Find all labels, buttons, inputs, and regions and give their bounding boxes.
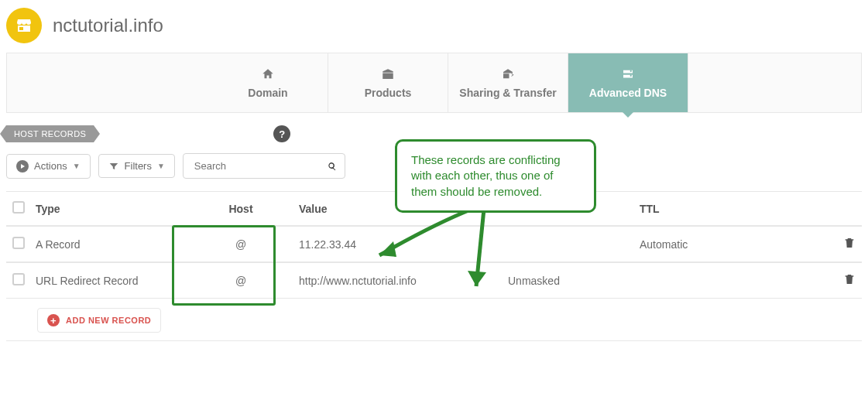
play-icon <box>16 160 29 173</box>
records-table: Type Host Value TTL A Record @ 11.22.33.… <box>6 191 862 341</box>
help-icon[interactable]: ? <box>273 125 290 142</box>
cell-host[interactable]: @ <box>183 238 299 251</box>
search-input[interactable] <box>191 154 328 178</box>
tab-label: Products <box>365 87 412 99</box>
tab-bar: Domain Products Sharing & Transfer Advan… <box>6 53 862 113</box>
home-icon <box>260 67 276 81</box>
add-new-record-button[interactable]: + ADD NEW RECORD <box>37 308 161 333</box>
cell-type[interactable]: URL Redirect Record <box>36 275 183 287</box>
server-icon <box>620 67 636 81</box>
tab-label: Domain <box>248 87 287 99</box>
tab-advanced-dns[interactable]: Advanced DNS <box>568 53 688 112</box>
toolbar: Actions ▼ Filters ▼ <box>6 153 862 179</box>
col-host: Host <box>183 203 299 215</box>
domain-title: nctutorial.info <box>53 15 163 36</box>
tab-domain[interactable]: Domain <box>208 53 328 112</box>
trash-icon[interactable] <box>843 236 856 250</box>
cell-mask[interactable]: Unmasked <box>508 275 640 287</box>
section-header-row: HOST RECORDS ? <box>6 125 862 142</box>
section-tag-host-records: HOST RECORDS <box>6 125 94 142</box>
tab-label: Advanced DNS <box>589 87 667 99</box>
cell-host[interactable]: @ <box>183 275 299 287</box>
share-icon <box>500 67 516 81</box>
row-checkbox[interactable] <box>12 273 25 285</box>
caret-down-icon: ▼ <box>73 162 81 170</box>
table-row: URL Redirect Record @ http://www.nctutor… <box>6 262 862 299</box>
tab-label: Sharing & Transfer <box>459 87 556 99</box>
tab-sharing[interactable]: Sharing & Transfer <box>448 53 568 112</box>
cell-ttl[interactable]: Automatic <box>640 238 825 251</box>
search-box[interactable] <box>183 153 345 179</box>
add-label: ADD NEW RECORD <box>66 316 151 325</box>
filter-icon <box>108 161 119 172</box>
col-ttl: TTL <box>640 203 825 215</box>
table-row: A Record @ 11.22.33.44 Automatic <box>6 226 862 262</box>
add-row: + ADD NEW RECORD <box>6 299 862 341</box>
select-all-checkbox[interactable] <box>12 201 25 214</box>
search-icon <box>328 161 337 172</box>
page-header: nctutorial.info <box>6 5 862 53</box>
tab-products[interactable]: Products <box>328 53 448 112</box>
table-header: Type Host Value TTL <box>6 191 862 226</box>
row-checkbox[interactable] <box>12 237 25 249</box>
box-icon <box>380 67 396 81</box>
caret-down-icon: ▼ <box>157 162 165 170</box>
cell-value[interactable]: http://www.nctutorial.info <box>299 275 508 287</box>
cell-type[interactable]: A Record <box>36 238 183 251</box>
actions-dropdown[interactable]: Actions ▼ <box>6 154 91 179</box>
store-icon <box>15 16 33 35</box>
col-value: Value <box>299 203 508 215</box>
col-type: Type <box>36 203 183 215</box>
cell-value[interactable]: 11.22.33.44 <box>299 238 508 251</box>
trash-icon[interactable] <box>843 272 856 286</box>
filters-dropdown[interactable]: Filters ▼ <box>98 154 175 178</box>
actions-label: Actions <box>34 160 67 172</box>
plus-icon: + <box>47 314 60 326</box>
filters-label: Filters <box>125 160 152 172</box>
brand-logo <box>6 8 42 43</box>
